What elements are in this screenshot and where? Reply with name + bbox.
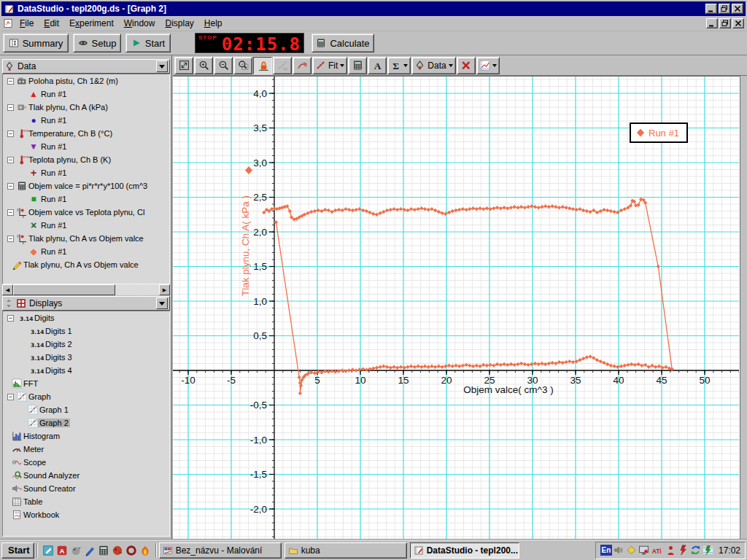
quicklaunch-bird-icon[interactable] <box>70 545 82 556</box>
zoom-out-button[interactable] <box>214 57 233 74</box>
menu-help[interactable]: Help <box>199 17 228 30</box>
collapse-icon[interactable]: − <box>7 236 14 242</box>
taskbar-clock[interactable]: 17:02 <box>715 545 740 556</box>
quicklaunch-acrobat-icon[interactable]: A <box>56 545 68 556</box>
statistics-button[interactable]: Σ <box>387 57 411 74</box>
zoom-in-button[interactable] <box>194 57 213 74</box>
quicklaunch-pen-icon[interactable] <box>84 545 96 556</box>
child-minimize-button[interactable] <box>706 18 718 28</box>
menu-file[interactable]: File <box>15 17 39 30</box>
tray-monitor-icon[interactable] <box>638 545 649 556</box>
tree-child-item[interactable]: 3.14Digits 4 <box>3 364 169 377</box>
fit-menu-button[interactable]: Fit <box>312 57 347 74</box>
data-panel-dropdown[interactable] <box>156 61 168 72</box>
tree-child-item[interactable]: 3.14Digits 3 <box>3 351 169 364</box>
start-button[interactable]: Start <box>125 34 171 52</box>
menu-experiment[interactable]: Experiment <box>64 17 119 30</box>
tray-user-icon[interactable] <box>665 545 676 556</box>
tree-child-item[interactable]: ▼Run #1 <box>3 140 169 153</box>
tray-yellow-diamond-icon[interactable] <box>626 545 637 556</box>
calculate-button[interactable]: Calculate <box>311 34 374 52</box>
tree-item[interactable]: Sound Analyzer <box>3 469 169 482</box>
tree-item[interactable]: −3.14Digits <box>3 311 169 324</box>
displays-panel-dropdown[interactable] <box>156 298 168 309</box>
tree-item[interactable]: −RTDTemperature, Ch B (°C) <box>3 127 169 140</box>
menu-display[interactable]: Display <box>160 17 198 30</box>
tree-child-item[interactable]: +Run #1 <box>3 166 169 179</box>
smart-tool-button[interactable] <box>253 57 272 74</box>
tray-volume-icon[interactable] <box>614 545 624 556</box>
calculate-tool-button[interactable] <box>348 57 367 74</box>
scroll-thumb[interactable] <box>13 284 115 295</box>
zoom-select-button[interactable] <box>233 57 252 74</box>
start-menu-button[interactable]: Start <box>1 542 34 559</box>
menu-window[interactable]: Window <box>119 17 160 30</box>
remove-button[interactable] <box>457 57 476 74</box>
restore-button[interactable] <box>719 4 730 14</box>
graph-document-icon[interactable] <box>3 18 13 28</box>
tray-ati-icon[interactable]: ATi <box>651 545 664 556</box>
collapse-icon[interactable]: − <box>7 315 14 322</box>
tree-child-item[interactable]: ■Run #1 <box>3 192 169 206</box>
tree-item[interactable]: −yxTlak plynu, Ch A vs Objem valce <box>3 232 169 245</box>
tree-item[interactable]: Scope <box>3 456 169 469</box>
tree-item[interactable]: Sound Creator <box>3 482 169 495</box>
tree-child-item[interactable]: ×Run #1 <box>3 219 169 232</box>
collapse-icon[interactable]: − <box>7 394 14 400</box>
tree-item[interactable]: Workbook <box>3 508 169 521</box>
graph-settings-button[interactable] <box>476 57 500 74</box>
tree-child-item[interactable]: ◆Run #1 <box>3 245 169 258</box>
tree-child-item[interactable]: ▲Run #1 <box>3 88 169 101</box>
tree-child-item[interactable]: 3.14Digits 2 <box>3 338 169 351</box>
collapse-icon[interactable]: − <box>7 209 14 216</box>
plot-area[interactable]: -10-55101520253035404550-2,0-1,5-1,0-0,5… <box>173 76 740 540</box>
tree-child-item[interactable]: Graph 2 <box>3 416 169 429</box>
tray-green-lightning-icon[interactable] <box>703 545 713 556</box>
scroll-track[interactable] <box>115 284 159 295</box>
summary-button[interactable]: Summary <box>3 34 69 52</box>
quicklaunch-flame-icon[interactable] <box>139 545 151 556</box>
collapse-icon[interactable]: − <box>7 157 14 163</box>
tree-item[interactable]: Histogram <box>3 429 169 443</box>
data-menu-button[interactable]: Data <box>411 57 455 74</box>
setup-button[interactable]: Setup <box>73 34 121 52</box>
tree-item[interactable]: −Poloha pistu, Ch 1&2 (m) <box>3 74 169 88</box>
data-panel-header[interactable]: Data <box>2 59 170 74</box>
tree-item[interactable]: Tlak plynu, Ch A vs Objem valce <box>3 258 169 271</box>
scroll-left-icon[interactable]: ◀ <box>2 284 13 295</box>
menu-edit[interactable]: Edit <box>39 17 64 30</box>
text-annotation-button[interactable]: A <box>368 57 387 74</box>
tree-child-item[interactable]: ●Run #1 <box>3 114 169 127</box>
quicklaunch-dragon-icon[interactable] <box>112 545 123 556</box>
tree-item[interactable]: Table <box>3 495 169 508</box>
collapse-icon[interactable]: − <box>7 78 14 85</box>
quicklaunch-calculator-icon[interactable] <box>98 545 109 556</box>
tree-item[interactable]: −yxObjem valce vs Teplota plynu, Cl <box>3 206 169 219</box>
collapse-icon[interactable]: − <box>7 131 14 137</box>
child-restore-button[interactable] <box>719 18 731 28</box>
tree-child-item[interactable]: 3.14Digits 1 <box>3 324 169 338</box>
scale-to-fit-button[interactable] <box>174 57 193 74</box>
data-tree-scrollbar[interactable]: ◀ ▶ <box>2 284 170 295</box>
tree-item[interactable]: −Graph <box>3 390 169 403</box>
tray-sync-arrows-icon[interactable] <box>690 545 701 556</box>
tree-item[interactable]: −Objem valce = pi*r*r*y*100 (cm^3 <box>3 179 169 192</box>
curve-fit-preview-button[interactable] <box>293 57 311 74</box>
tree-item[interactable]: FFT <box>3 377 169 390</box>
tree-item[interactable]: −RTDTeplota plynu, Ch B (K) <box>3 153 169 166</box>
tree-item[interactable]: Meter <box>3 443 169 456</box>
displays-panel-header[interactable]: Displays <box>2 296 170 311</box>
quicklaunch-notes-icon[interactable] <box>42 545 54 556</box>
scroll-right-icon[interactable]: ▶ <box>159 284 170 295</box>
child-close-button[interactable] <box>732 18 744 28</box>
task-button[interactable]: DataStudio - tepl200... <box>410 542 519 559</box>
quicklaunch-opera-icon[interactable] <box>125 545 137 556</box>
collapse-icon[interactable]: − <box>7 104 14 111</box>
close-button[interactable] <box>732 4 743 14</box>
tree-child-item[interactable]: Graph 1 <box>3 403 169 416</box>
language-indicator[interactable]: En <box>600 545 612 556</box>
tree-item[interactable]: −Tlak plynu, Ch A (kPa) <box>3 101 169 114</box>
collapse-icon[interactable]: − <box>7 183 14 190</box>
tray-lightning-icon[interactable] <box>678 545 689 556</box>
task-button[interactable]: Bez_názvu - Malování <box>159 542 282 559</box>
